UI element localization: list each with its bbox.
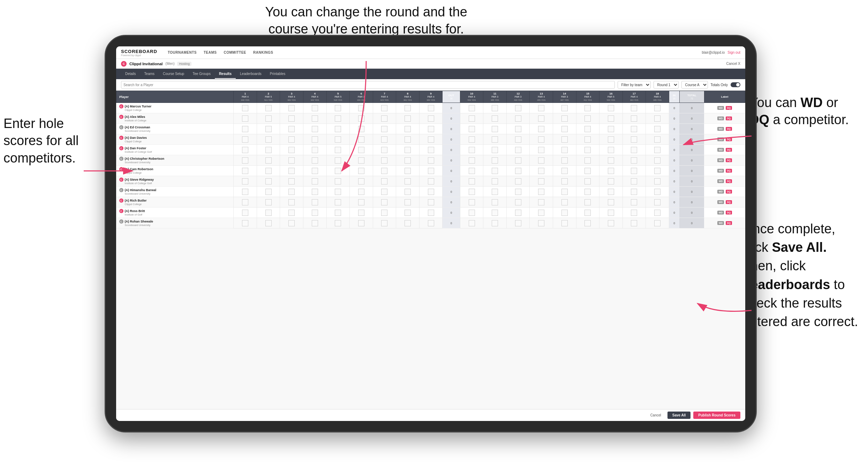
dq-button[interactable]: DQ [726,127,732,131]
hole-18-score[interactable] [646,187,669,197]
hole-16-score[interactable] [599,145,623,155]
hole-10-score[interactable] [460,187,483,197]
hole-14-score[interactable] [553,208,576,218]
hole-12-score[interactable] [506,103,530,113]
hole-17-score[interactable] [622,176,646,187]
hole-9-score[interactable] [419,113,443,124]
nav-teams[interactable]: TEAMS [204,51,217,54]
hole-13-score[interactable] [530,134,553,145]
tab-results[interactable]: Results [215,69,236,79]
hole-11-score[interactable] [483,124,507,134]
filter-team-select[interactable]: Filter by team [618,81,651,89]
hole-2-score[interactable] [257,145,280,155]
wd-button[interactable]: WD [717,211,724,214]
hole-3-score[interactable] [280,208,303,218]
hole-1-score[interactable] [234,103,257,113]
hole-14-score[interactable] [553,197,576,208]
hole-8-score[interactable] [396,145,420,155]
hole-12-score[interactable] [506,218,530,228]
dq-button[interactable]: DQ [726,211,732,214]
hole-4-score[interactable] [303,197,326,208]
hole-8-score[interactable] [396,166,420,176]
hole-15-score[interactable] [576,124,599,134]
hole-13-score[interactable] [530,145,553,155]
hole-6-score[interactable] [350,187,373,197]
hole-9-score[interactable] [419,208,443,218]
hole-16-score[interactable] [599,113,623,124]
dq-button[interactable]: DQ [726,221,732,225]
hole-3-score[interactable] [280,166,303,176]
nav-committee[interactable]: COMMITTEE [224,51,247,54]
hole-1-score[interactable] [234,218,257,228]
hole-7-score[interactable] [373,155,396,166]
hole-13-score[interactable] [530,197,553,208]
hole-18-score[interactable] [646,218,669,228]
hole-15-score[interactable] [576,218,599,228]
hole-17-score[interactable] [622,166,646,176]
hole-7-score[interactable] [373,166,396,176]
hole-4-score[interactable] [303,124,326,134]
hole-10-score[interactable] [460,124,483,134]
search-input[interactable] [121,81,615,89]
hole-2-score[interactable] [257,208,280,218]
hole-3-score[interactable] [280,155,303,166]
hole-7-score[interactable] [373,145,396,155]
wd-button[interactable]: WD [717,169,724,173]
hole-13-score[interactable] [530,155,553,166]
hole-7-score[interactable] [373,124,396,134]
hole-8-score[interactable] [396,187,420,197]
wd-button[interactable]: WD [717,148,724,152]
hole-5-score[interactable] [326,187,350,197]
hole-1-score[interactable] [234,176,257,187]
hole-13-score[interactable] [530,166,553,176]
hole-5-score[interactable] [326,103,350,113]
hole-4-score[interactable] [303,176,326,187]
hole-12-score[interactable] [506,187,530,197]
hole-7-score[interactable] [373,103,396,113]
hole-1-score[interactable] [234,166,257,176]
hole-5-score[interactable] [326,166,350,176]
hole-2-score[interactable] [257,103,280,113]
hole-9-score[interactable] [419,218,443,228]
hole-16-score[interactable] [599,197,623,208]
hole-12-score[interactable] [506,197,530,208]
hole-9-score[interactable] [419,103,443,113]
hole-4-score[interactable] [303,218,326,228]
hole-4-score[interactable] [303,134,326,145]
hole-13-score[interactable] [530,113,553,124]
dq-button[interactable]: DQ [726,137,732,141]
hole-4-score[interactable] [303,187,326,197]
hole-1-score[interactable] [234,208,257,218]
tab-printables[interactable]: Printables [266,69,289,79]
hole-1-score[interactable] [234,145,257,155]
hole-7-score[interactable] [373,187,396,197]
hole-1-score[interactable] [234,197,257,208]
hole-3-score[interactable] [280,187,303,197]
hole-1-score[interactable] [234,113,257,124]
hole-5-score[interactable] [326,145,350,155]
hole-10-score[interactable] [460,103,483,113]
hole-6-score[interactable] [350,103,373,113]
hole-10-score[interactable] [460,176,483,187]
hole-2-score[interactable] [257,176,280,187]
tab-course-setup[interactable]: Course Setup [159,69,188,79]
hole-4-score[interactable] [303,113,326,124]
hole-11-score[interactable] [483,176,507,187]
hole-6-score[interactable] [350,145,373,155]
hole-11-score[interactable] [483,134,507,145]
hole-8-score[interactable] [396,124,420,134]
hole-15-score[interactable] [576,166,599,176]
hole-14-score[interactable] [553,176,576,187]
hole-16-score[interactable] [599,103,623,113]
course-select[interactable]: Course A [681,81,708,89]
hole-18-score[interactable] [646,113,669,124]
hole-14-score[interactable] [553,187,576,197]
hole-5-score[interactable] [326,208,350,218]
hole-12-score[interactable] [506,176,530,187]
hole-4-score[interactable] [303,208,326,218]
hole-17-score[interactable] [622,218,646,228]
hole-3-score[interactable] [280,113,303,124]
hole-18-score[interactable] [646,176,669,187]
hole-3-score[interactable] [280,103,303,113]
hole-16-score[interactable] [599,155,623,166]
